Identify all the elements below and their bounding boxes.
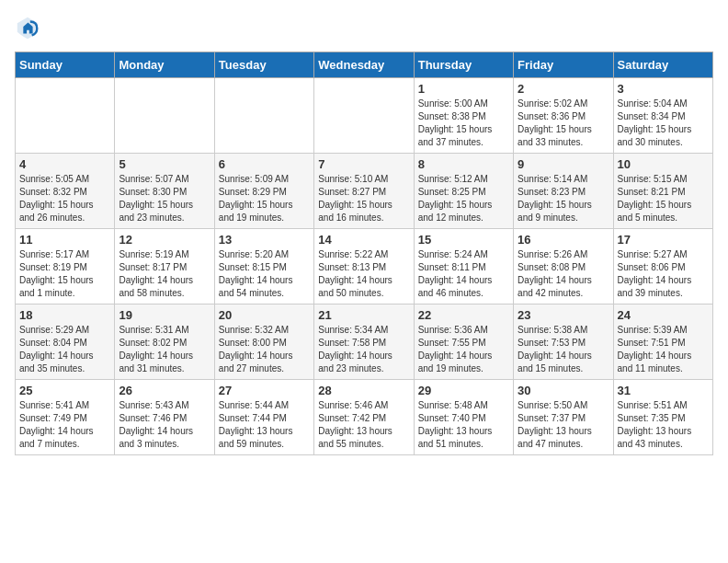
day-number: 24 <box>618 308 709 322</box>
calendar-cell: 5Sunrise: 5:07 AM Sunset: 8:30 PM Daylig… <box>115 154 214 229</box>
page-header <box>15 15 713 40</box>
calendar-cell: 29Sunrise: 5:48 AM Sunset: 7:40 PM Dayli… <box>414 380 513 455</box>
day-info: Sunrise: 5:10 AM Sunset: 8:27 PM Dayligh… <box>318 173 409 224</box>
day-number: 5 <box>119 157 210 171</box>
calendar-cell: 12Sunrise: 5:19 AM Sunset: 8:17 PM Dayli… <box>115 229 214 304</box>
calendar-cell: 19Sunrise: 5:31 AM Sunset: 8:02 PM Dayli… <box>115 304 214 380</box>
calendar-cell: 9Sunrise: 5:14 AM Sunset: 8:23 PM Daylig… <box>514 154 613 229</box>
day-number: 15 <box>418 233 509 247</box>
day-info: Sunrise: 5:36 AM Sunset: 7:55 PM Dayligh… <box>418 324 509 375</box>
day-number: 2 <box>518 82 609 96</box>
weekday-header-saturday: Saturday <box>613 52 712 78</box>
calendar-cell: 11Sunrise: 5:17 AM Sunset: 8:19 PM Dayli… <box>16 229 115 304</box>
day-number: 10 <box>618 157 709 171</box>
day-info: Sunrise: 5:46 AM Sunset: 7:42 PM Dayligh… <box>318 399 409 451</box>
calendar-week-row: 11Sunrise: 5:17 AM Sunset: 8:19 PM Dayli… <box>16 229 713 304</box>
calendar-cell: 25Sunrise: 5:41 AM Sunset: 7:49 PM Dayli… <box>16 380 115 455</box>
day-info: Sunrise: 5:39 AM Sunset: 7:51 PM Dayligh… <box>618 324 709 375</box>
calendar-week-row: 4Sunrise: 5:05 AM Sunset: 8:32 PM Daylig… <box>16 154 713 229</box>
calendar-cell: 16Sunrise: 5:26 AM Sunset: 8:08 PM Dayli… <box>514 229 613 304</box>
calendar-week-row: 1Sunrise: 5:00 AM Sunset: 8:38 PM Daylig… <box>16 78 713 154</box>
day-number: 12 <box>119 233 210 247</box>
day-number: 16 <box>518 233 609 247</box>
calendar-cell: 28Sunrise: 5:46 AM Sunset: 7:42 PM Dayli… <box>314 380 414 455</box>
day-info: Sunrise: 5:15 AM Sunset: 8:21 PM Dayligh… <box>618 173 709 224</box>
calendar-cell: 7Sunrise: 5:10 AM Sunset: 8:27 PM Daylig… <box>314 154 414 229</box>
day-number: 29 <box>418 384 509 397</box>
day-number: 19 <box>119 308 210 322</box>
calendar-cell: 24Sunrise: 5:39 AM Sunset: 7:51 PM Dayli… <box>613 304 712 380</box>
calendar-cell: 6Sunrise: 5:09 AM Sunset: 8:29 PM Daylig… <box>214 154 313 229</box>
calendar-cell: 27Sunrise: 5:44 AM Sunset: 7:44 PM Dayli… <box>214 380 313 455</box>
day-number: 9 <box>518 157 609 171</box>
calendar-week-row: 18Sunrise: 5:29 AM Sunset: 8:04 PM Dayli… <box>16 304 713 380</box>
calendar-cell: 22Sunrise: 5:36 AM Sunset: 7:55 PM Dayli… <box>414 304 513 380</box>
day-number: 22 <box>418 308 509 322</box>
calendar-cell: 14Sunrise: 5:22 AM Sunset: 8:13 PM Dayli… <box>314 229 414 304</box>
day-info: Sunrise: 5:20 AM Sunset: 8:15 PM Dayligh… <box>219 248 310 300</box>
day-info: Sunrise: 5:48 AM Sunset: 7:40 PM Dayligh… <box>418 399 509 451</box>
calendar-cell <box>115 78 214 154</box>
calendar-cell: 26Sunrise: 5:43 AM Sunset: 7:46 PM Dayli… <box>115 380 214 455</box>
day-info: Sunrise: 5:31 AM Sunset: 8:02 PM Dayligh… <box>119 324 210 375</box>
day-number: 7 <box>318 157 409 171</box>
weekday-header-wednesday: Wednesday <box>314 52 414 78</box>
day-info: Sunrise: 5:38 AM Sunset: 7:53 PM Dayligh… <box>518 324 609 375</box>
day-info: Sunrise: 5:27 AM Sunset: 8:06 PM Dayligh… <box>618 248 709 300</box>
calendar-cell <box>214 78 313 154</box>
day-number: 13 <box>219 233 310 247</box>
day-info: Sunrise: 5:26 AM Sunset: 8:08 PM Dayligh… <box>518 248 609 300</box>
day-info: Sunrise: 5:02 AM Sunset: 8:36 PM Dayligh… <box>518 98 609 149</box>
calendar-cell: 3Sunrise: 5:04 AM Sunset: 8:34 PM Daylig… <box>613 78 712 154</box>
day-number: 4 <box>19 157 110 171</box>
calendar-cell <box>314 78 414 154</box>
day-number: 1 <box>418 82 509 96</box>
day-number: 28 <box>318 384 409 397</box>
calendar-cell: 10Sunrise: 5:15 AM Sunset: 8:21 PM Dayli… <box>613 154 712 229</box>
weekday-header-row: SundayMondayTuesdayWednesdayThursdayFrid… <box>16 52 713 78</box>
calendar-cell: 23Sunrise: 5:38 AM Sunset: 7:53 PM Dayli… <box>514 304 613 380</box>
day-number: 31 <box>618 384 709 397</box>
calendar-cell: 1Sunrise: 5:00 AM Sunset: 8:38 PM Daylig… <box>414 78 513 154</box>
day-info: Sunrise: 5:14 AM Sunset: 8:23 PM Dayligh… <box>518 173 609 224</box>
day-info: Sunrise: 5:32 AM Sunset: 8:00 PM Dayligh… <box>219 324 310 375</box>
day-info: Sunrise: 5:44 AM Sunset: 7:44 PM Dayligh… <box>219 399 310 451</box>
calendar-week-row: 25Sunrise: 5:41 AM Sunset: 7:49 PM Dayli… <box>16 380 713 455</box>
day-info: Sunrise: 5:07 AM Sunset: 8:30 PM Dayligh… <box>119 173 210 224</box>
day-number: 3 <box>618 82 709 96</box>
day-number: 14 <box>318 233 409 247</box>
logo <box>15 15 44 40</box>
weekday-header-monday: Monday <box>115 52 214 78</box>
day-number: 27 <box>219 384 310 397</box>
day-info: Sunrise: 5:24 AM Sunset: 8:11 PM Dayligh… <box>418 248 509 300</box>
day-info: Sunrise: 5:05 AM Sunset: 8:32 PM Dayligh… <box>19 173 110 224</box>
calendar-cell: 17Sunrise: 5:27 AM Sunset: 8:06 PM Dayli… <box>613 229 712 304</box>
day-number: 21 <box>318 308 409 322</box>
day-number: 11 <box>19 233 110 247</box>
day-number: 18 <box>19 308 110 322</box>
day-number: 30 <box>518 384 609 397</box>
calendar-cell: 18Sunrise: 5:29 AM Sunset: 8:04 PM Dayli… <box>16 304 115 380</box>
logo-icon <box>15 15 40 40</box>
day-info: Sunrise: 5:51 AM Sunset: 7:35 PM Dayligh… <box>618 399 709 451</box>
weekday-header-sunday: Sunday <box>16 52 115 78</box>
day-info: Sunrise: 5:29 AM Sunset: 8:04 PM Dayligh… <box>19 324 110 375</box>
day-info: Sunrise: 5:34 AM Sunset: 7:58 PM Dayligh… <box>318 324 409 375</box>
day-info: Sunrise: 5:50 AM Sunset: 7:37 PM Dayligh… <box>518 399 609 451</box>
day-number: 20 <box>219 308 310 322</box>
day-number: 8 <box>418 157 509 171</box>
calendar-cell: 13Sunrise: 5:20 AM Sunset: 8:15 PM Dayli… <box>214 229 313 304</box>
calendar-cell: 15Sunrise: 5:24 AM Sunset: 8:11 PM Dayli… <box>414 229 513 304</box>
calendar-cell: 8Sunrise: 5:12 AM Sunset: 8:25 PM Daylig… <box>414 154 513 229</box>
weekday-header-thursday: Thursday <box>414 52 513 78</box>
day-info: Sunrise: 5:12 AM Sunset: 8:25 PM Dayligh… <box>418 173 509 224</box>
day-number: 25 <box>19 384 110 397</box>
day-info: Sunrise: 5:43 AM Sunset: 7:46 PM Dayligh… <box>119 399 210 451</box>
day-number: 23 <box>518 308 609 322</box>
calendar-table: SundayMondayTuesdayWednesdayThursdayFrid… <box>15 52 713 455</box>
calendar-cell: 30Sunrise: 5:50 AM Sunset: 7:37 PM Dayli… <box>514 380 613 455</box>
day-info: Sunrise: 5:22 AM Sunset: 8:13 PM Dayligh… <box>318 248 409 300</box>
day-info: Sunrise: 5:17 AM Sunset: 8:19 PM Dayligh… <box>19 248 110 300</box>
calendar-cell: 31Sunrise: 5:51 AM Sunset: 7:35 PM Dayli… <box>613 380 712 455</box>
day-info: Sunrise: 5:41 AM Sunset: 7:49 PM Dayligh… <box>19 399 110 451</box>
